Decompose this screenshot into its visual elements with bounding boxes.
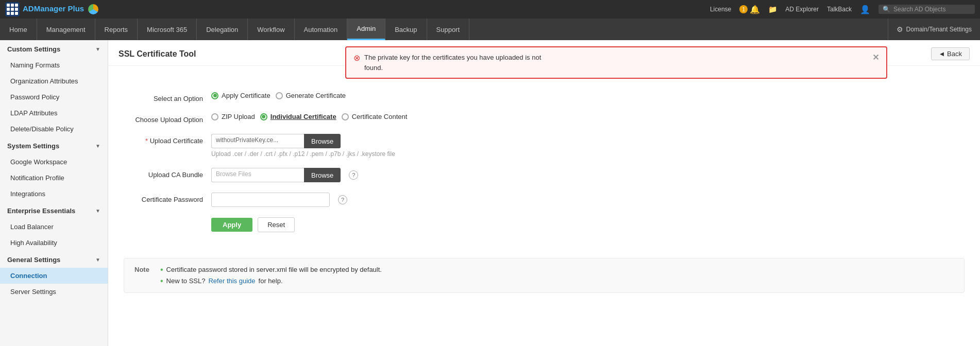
nav-home[interactable]: Home [0,19,37,40]
logo-text: ADManager Plus [23,4,98,14]
sidebar-enterprise-header[interactable]: Enterprise Essentials ▼ [0,202,108,219]
sidebar-system-settings-header[interactable]: System Settings ▼ [0,137,108,154]
upload-ca-browse-btn[interactable]: Browse [304,168,341,182]
cert-content-radio[interactable] [342,113,349,120]
search-input[interactable] [893,6,971,13]
sidebar-item-password-policy[interactable]: Password Policy [0,89,108,105]
cert-content-option[interactable]: Certificate Content [342,113,408,120]
upload-cert-label: Upload Certificate [124,134,211,145]
logo-dot [11,12,14,15]
reset-button[interactable]: Reset [258,217,295,232]
nav-management[interactable]: Management [37,19,95,40]
sidebar-item-google-workspace[interactable]: Google Workspace [0,154,108,170]
license-link[interactable]: License [710,6,731,13]
logo-dot [11,4,14,7]
cert-password-row: Certificate Password ? [124,193,965,207]
note-section: Note • Certificate password stored in se… [124,258,965,293]
note-bullet-2: • [160,277,163,285]
sidebar-enterprise-label: Enterprise Essentials [7,207,75,215]
individual-cert-option[interactable]: Individual Certificate [260,113,336,120]
apply-button[interactable]: Apply [211,218,252,232]
nav-admin[interactable]: Admin [347,19,385,40]
choose-upload-control: ZIP Upload Individual Certificate Certif… [211,113,407,120]
apply-certificate-radio[interactable] [211,92,218,99]
sidebar-general-settings-header[interactable]: General Settings ▼ [0,251,108,268]
nav-bar: Home Management Reports Microsoft 365 De… [0,19,980,40]
cert-password-control: ? [211,193,347,207]
action-buttons-row: Apply Reset [124,217,965,232]
sidebar: Custom Settings ▼ Naming Formats Organiz… [0,40,108,346]
upload-ca-filename: Browse Files [211,168,304,182]
sidebar-system-settings-label: System Settings [7,142,59,150]
generate-certificate-option[interactable]: Generate Certificate [276,92,346,99]
cert-password-label: Certificate Password [124,193,211,203]
zip-upload-label: ZIP Upload [222,113,255,120]
error-close-button[interactable]: ✕ [872,53,879,62]
sidebar-item-server-settings[interactable]: Server Settings [0,284,108,300]
search-box: 🔍 [878,5,975,14]
nav-support[interactable]: Support [427,19,470,40]
logo-ring-icon [88,4,98,14]
note-refer-link[interactable]: Refer this guide [208,277,255,285]
sidebar-item-connection[interactable]: Connection [0,268,108,284]
sidebar-item-org-attributes[interactable]: Organization Attributes [0,73,108,89]
sidebar-item-delete-disable-policy[interactable]: Delete/Disable Policy [0,121,108,137]
individual-cert-label: Individual Certificate [271,113,336,120]
sidebar-item-notification-profile[interactable]: Notification Profile [0,170,108,186]
upload-cert-browse-btn[interactable]: Browse [304,134,341,148]
sidebar-item-ldap-attributes[interactable]: LDAP Attributes [0,105,108,121]
sidebar-item-high-availability[interactable]: High Availability [0,235,108,251]
note-item-1: • Certificate password stored in server.… [160,266,382,274]
nav-reports[interactable]: Reports [95,19,138,40]
zip-upload-option[interactable]: ZIP Upload [211,113,255,120]
notification-badge[interactable]: 1 [739,5,748,13]
back-button[interactable]: ◄ Back [931,47,970,60]
upload-ca-label: Upload CA Bundle [124,168,211,179]
generate-certificate-label: Generate Certificate [286,92,346,99]
sidebar-item-naming-formats[interactable]: Naming Formats [0,57,108,73]
domain-settings-btn[interactable]: ⚙ Domain/Tenant Settings [888,25,980,33]
folder-icon: 📁 [768,5,777,13]
ad-explorer-link[interactable]: AD Explorer [785,6,819,13]
sidebar-item-integrations[interactable]: Integrations [0,186,108,202]
zip-upload-radio[interactable] [211,113,218,120]
upload-cert-row: Upload Certificate withoutPrivateKey.ce.… [124,134,965,158]
upload-ca-control: Browse Files Browse ? [211,168,358,182]
upload-cert-hint: Upload .cer / .der / .crt / .pfx / .p12 … [211,150,395,158]
note-item-2: • New to SSL? Refer this guide for help. [160,277,382,285]
app-logo-icon [5,2,20,16]
gear-icon: ⚙ [897,25,903,33]
logo-dot [15,4,18,7]
nav-delegation[interactable]: Delegation [197,19,248,40]
app-logo: ADManager Plus [5,2,98,16]
enterprise-arrow: ▼ [95,208,100,214]
talkback-link[interactable]: TalkBack [827,6,852,13]
generate-certificate-radio[interactable] [276,92,283,99]
apply-certificate-option[interactable]: Apply Certificate [211,92,271,99]
nav-workflow[interactable]: Workflow [248,19,294,40]
bell-icon: 🔔 [750,5,760,14]
note-text-2-before: New to SSL? [166,277,206,285]
upload-cert-filename: withoutPrivateKey.ce... [211,134,304,148]
individual-cert-radio[interactable] [260,113,267,120]
sidebar-custom-settings-header[interactable]: Custom Settings ▼ [0,40,108,57]
nav-microsoft365[interactable]: Microsoft 365 [138,19,197,40]
top-bar-right: License 1 🔔 📁 AD Explorer TalkBack 👤 🔍 [710,5,975,14]
apply-certificate-label: Apply Certificate [222,92,271,99]
nav-backup[interactable]: Backup [385,19,427,40]
choose-upload-label: Choose Upload Option [124,113,211,124]
sidebar-custom-settings-label: Custom Settings [7,45,60,53]
ca-bundle-help-icon[interactable]: ? [349,170,358,180]
cert-content-label: Certificate Content [352,113,408,120]
nav-automation[interactable]: Automation [295,19,348,40]
error-line2: found. [364,64,383,72]
cert-password-input[interactable] [211,193,330,207]
cert-password-help-icon[interactable]: ? [338,195,347,204]
select-option-label: Select an Option [124,92,211,102]
logo-text-manager: Manager Plus [34,4,85,13]
upload-cert-control: withoutPrivateKey.ce... Browse Upload .c… [211,134,395,158]
sidebar-item-load-balancer[interactable]: Load Balancer [0,219,108,235]
top-bar-left: ADManager Plus [5,2,98,16]
action-buttons-control: Apply Reset [211,217,295,232]
custom-settings-arrow: ▼ [95,46,100,52]
